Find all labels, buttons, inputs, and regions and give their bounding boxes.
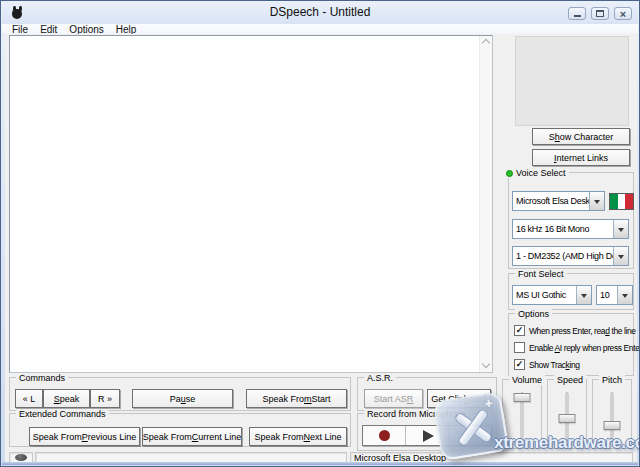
options-label: Options bbox=[515, 309, 552, 319]
play-icon bbox=[423, 430, 434, 442]
font-size-combo[interactable]: 10 bbox=[596, 285, 633, 305]
speak-next-line-button[interactable]: Speak From Next Line bbox=[249, 427, 347, 446]
close-icon: × bbox=[620, 9, 626, 19]
maximize-icon bbox=[596, 10, 604, 17]
pitch-label: Pitch bbox=[599, 375, 625, 385]
dropdown-arrow-icon[interactable] bbox=[576, 286, 591, 304]
voice-select-label: Voice Select bbox=[516, 168, 566, 178]
show-character-button[interactable]: Show Character bbox=[532, 128, 630, 145]
check-icon: ✓ bbox=[516, 360, 524, 369]
voice-ready-indicator bbox=[506, 170, 513, 177]
dropdown-arrow-icon[interactable] bbox=[617, 286, 632, 304]
status-voice-field: Microsoft Elsa Desktop bbox=[350, 452, 633, 464]
menu-options[interactable]: Options bbox=[63, 24, 109, 35]
checkbox[interactable] bbox=[514, 342, 525, 353]
option-ai-reply[interactable]: Enable AI reply when press Enter bbox=[514, 342, 640, 353]
font-combo-value: MS UI Gothic bbox=[513, 290, 576, 300]
record-button[interactable] bbox=[363, 426, 406, 445]
record-icon bbox=[379, 430, 390, 441]
speaker-icon bbox=[15, 454, 27, 461]
volume-slider-thumb[interactable] bbox=[514, 393, 531, 402]
watermark-text: xtremehardware.com bbox=[494, 433, 640, 453]
window-controls: × bbox=[568, 7, 632, 20]
option-show-tracking[interactable]: ✓ Show Tracking bbox=[514, 359, 580, 370]
audio-format-value: 16 kHz 16 Bit Mono bbox=[513, 224, 613, 234]
title-bar[interactable]: DSpeech - Untitled × bbox=[2, 2, 638, 24]
document-text-area[interactable] bbox=[9, 35, 493, 373]
start-asr-button[interactable]: Start ASR bbox=[364, 389, 423, 408]
scroll-up-icon[interactable] bbox=[483, 40, 490, 47]
speak-current-line-button[interactable]: Speak From Current Line bbox=[142, 427, 242, 446]
status-voice-text: Microsoft Elsa Desktop bbox=[354, 453, 446, 463]
voice-combo-value: Microsoft Elsa Desktop bbox=[513, 196, 589, 206]
scroll-down-icon[interactable] bbox=[483, 361, 490, 368]
dropdown-arrow-icon[interactable] bbox=[589, 192, 604, 210]
voice-combo[interactable]: Microsoft Elsa Desktop bbox=[512, 191, 605, 211]
audio-format-combo[interactable]: 16 kHz 16 Bit Mono bbox=[512, 219, 629, 239]
maximize-button[interactable] bbox=[591, 7, 609, 20]
italian-flag-icon bbox=[609, 193, 634, 210]
voice-select-legend: Voice Select bbox=[503, 168, 569, 178]
asr-label: A.S.R. bbox=[364, 373, 396, 383]
minimize-icon bbox=[574, 15, 581, 17]
document-text[interactable] bbox=[12, 38, 476, 370]
speed-label: Speed bbox=[554, 375, 586, 385]
commands-label: Commands bbox=[16, 373, 68, 383]
internet-links-button[interactable]: Internet Links bbox=[532, 149, 630, 166]
font-size-value: 10 bbox=[597, 290, 617, 300]
plus-icon: + bbox=[484, 395, 494, 411]
check-icon: ✓ bbox=[516, 326, 524, 335]
volume-label: Volume bbox=[509, 375, 545, 385]
menu-file[interactable]: File bbox=[6, 24, 34, 35]
extended-commands-label: Extended Commands bbox=[16, 409, 109, 419]
menu-help[interactable]: Help bbox=[110, 24, 143, 35]
speak-from-start-button[interactable]: Speak From Start bbox=[246, 389, 347, 408]
client-area: Show Character Internet Links Voice Sele… bbox=[5, 34, 637, 463]
pause-button[interactable]: Pause bbox=[132, 389, 233, 408]
editor-scrollbar[interactable] bbox=[479, 36, 492, 372]
rewind-button[interactable]: « L bbox=[15, 389, 43, 408]
checkbox[interactable]: ✓ bbox=[514, 325, 525, 336]
status-icon-panel bbox=[9, 452, 33, 464]
forward-button[interactable]: R » bbox=[90, 389, 120, 408]
minimize-button[interactable] bbox=[568, 7, 586, 20]
font-combo[interactable]: MS UI Gothic bbox=[512, 285, 592, 305]
audio-device-value: 1 - DM2352 (AMD High Definitio bbox=[513, 251, 613, 261]
menu-edit[interactable]: Edit bbox=[34, 24, 63, 35]
checkbox[interactable]: ✓ bbox=[514, 359, 525, 370]
pitch-slider-thumb[interactable] bbox=[604, 421, 621, 430]
status-field bbox=[35, 452, 347, 464]
character-display bbox=[515, 36, 629, 126]
audio-device-combo[interactable]: 1 - DM2352 (AMD High Definitio bbox=[512, 246, 629, 266]
speed-slider-thumb[interactable] bbox=[559, 414, 576, 423]
speak-button[interactable]: Speak bbox=[43, 389, 90, 408]
option-read-line[interactable]: ✓ When press Enter, read the line bbox=[514, 325, 636, 336]
dropdown-arrow-icon[interactable] bbox=[613, 247, 628, 265]
close-button[interactable]: × bbox=[614, 7, 632, 20]
font-select-label: Font Select bbox=[515, 269, 567, 279]
speak-previous-line-button[interactable]: Speak From Previous Line bbox=[29, 427, 140, 446]
dspeech-window: DSpeech - Untitled × File Edit Options H… bbox=[0, 0, 640, 467]
window-title: DSpeech - Untitled bbox=[2, 5, 638, 19]
dropdown-arrow-icon[interactable] bbox=[613, 220, 628, 238]
